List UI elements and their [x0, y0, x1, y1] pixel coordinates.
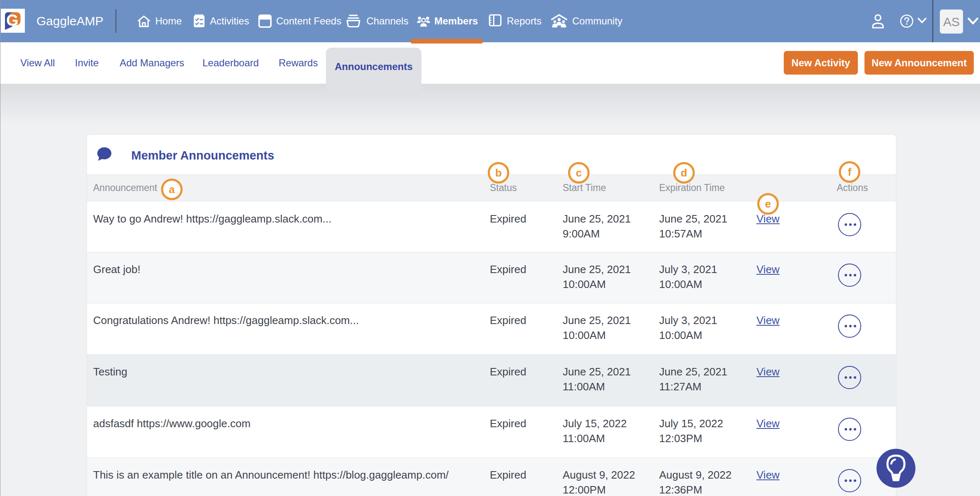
svg-text:G: G — [6, 12, 19, 29]
